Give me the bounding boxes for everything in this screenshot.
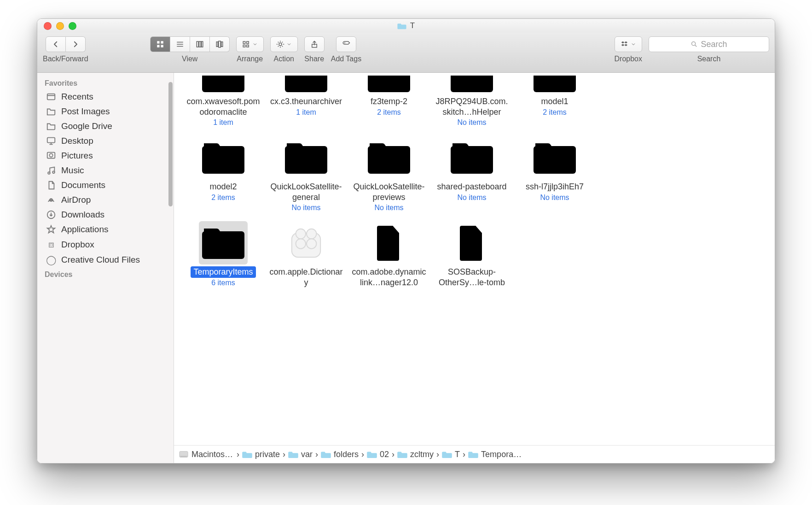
folder-icon	[199, 221, 248, 264]
action-label: Action	[273, 55, 294, 63]
svg-rect-9	[221, 42, 222, 47]
view-list-button[interactable]	[170, 36, 190, 52]
file-item[interactable]: fz3temp-22 items	[349, 73, 429, 127]
path-crumb[interactable]: Macintosh HD	[179, 450, 234, 459]
file-subline: No items	[540, 194, 569, 202]
add-tags-button[interactable]	[336, 36, 356, 52]
file-item[interactable]: QuickLookSatellite-generalNo items	[266, 136, 346, 212]
path-crumb[interactable]: folders	[321, 450, 359, 459]
path-bar[interactable]: Macintosh HD›private›var›folders›02›zclt…	[174, 445, 775, 463]
file-item[interactable]: com.xwavesoft.pomodoromaclite1 item	[183, 73, 263, 127]
svg-point-21	[49, 153, 52, 157]
file-item[interactable]: shared-pasteboardNo items	[432, 136, 512, 212]
file-subline: 2 items	[211, 194, 235, 202]
svg-point-23	[52, 171, 55, 173]
folder-icon	[282, 73, 331, 94]
sidebar-item-documents[interactable]: Documents	[37, 178, 174, 193]
folder-icon	[199, 73, 248, 94]
svg-rect-4	[197, 41, 198, 47]
file-subline: 2 items	[543, 108, 567, 117]
sidebar-item-music[interactable]: Music	[37, 163, 174, 178]
svg-rect-18	[47, 94, 55, 100]
share-button[interactable]	[304, 36, 325, 52]
path-crumb[interactable]: private	[242, 450, 280, 459]
file-name: com.xwavesoft.pomodoromaclite	[183, 96, 263, 117]
doc-icon	[447, 221, 496, 264]
window-title: T	[37, 21, 775, 30]
file-item[interactable]: ssh-l7jjlp3ihEh7No items	[515, 136, 595, 212]
path-crumb[interactable]: var	[288, 450, 313, 459]
back-button[interactable]	[46, 36, 66, 52]
folder-icon	[365, 73, 413, 94]
file-item[interactable]: SOSBackup-OtherSy…le-tomb	[432, 221, 512, 288]
file-name: J8RPQ294UB.com.skitch…hHelper	[432, 96, 512, 117]
sidebar-item-pictures[interactable]: Pictures	[37, 148, 174, 163]
view-mode-segment	[150, 36, 230, 52]
folder-icon	[530, 73, 579, 94]
file-item[interactable]: model22 items	[183, 136, 263, 212]
search-input[interactable]: Search	[649, 36, 769, 52]
svg-rect-0	[157, 41, 159, 43]
file-name: ssh-l7jjlp3ihEh7	[523, 181, 586, 193]
svg-rect-8	[218, 41, 220, 47]
file-item[interactable]: QuickLookSatellite-previewsNo items	[349, 136, 429, 212]
file-item[interactable]: com.adobe.dynamiclink…nager12.0	[349, 221, 429, 288]
sidebar-item-dropbox[interactable]: ⧈Dropbox	[37, 237, 174, 252]
doc-icon	[365, 221, 413, 264]
sidebar-scrollbar[interactable]	[168, 82, 173, 206]
action-button[interactable]	[270, 36, 298, 52]
chevron-right-icon: ›	[392, 450, 394, 459]
file-item[interactable]: cx.c3.theunarchiver1 item	[266, 73, 346, 127]
file-item[interactable]: TemporaryItems6 items	[183, 221, 263, 288]
folder-icon	[282, 136, 331, 179]
titlebar[interactable]: T	[37, 19, 775, 33]
chevron-right-icon: ›	[436, 450, 439, 459]
svg-rect-1	[161, 41, 163, 43]
view-icon-button[interactable]	[150, 36, 170, 52]
svg-point-16	[344, 42, 345, 43]
svg-point-14	[279, 43, 282, 46]
sidebar-item-downloads[interactable]: Downloads	[37, 207, 174, 222]
path-crumb[interactable]: 02	[367, 450, 389, 459]
svg-rect-3	[161, 45, 163, 47]
sidebar-item-airdrop[interactable]: AirDrop	[37, 193, 174, 207]
path-crumb[interactable]: T	[442, 450, 460, 459]
window-close-button[interactable]	[44, 22, 52, 30]
forward-button[interactable]	[66, 36, 86, 52]
svg-rect-10	[243, 41, 245, 44]
file-item[interactable]: model12 items	[515, 73, 595, 127]
share-label: Share	[304, 55, 324, 63]
view-label: View	[182, 55, 197, 63]
folder-icon	[365, 136, 413, 179]
sidebar-item-post-images[interactable]: Post Images	[37, 104, 174, 119]
file-name: com.adobe.dynamiclink…nager12.0	[349, 266, 429, 288]
arrange-button[interactable]	[236, 36, 264, 52]
file-name: SOSBackup-OtherSy…le-tomb	[432, 266, 512, 288]
file-name: shared-pasteboard	[434, 181, 509, 193]
window-zoom-button[interactable]	[69, 22, 76, 30]
toolbar: Back/Forward View	[37, 33, 775, 73]
view-column-button[interactable]	[190, 36, 210, 52]
view-gallery-button[interactable]	[210, 36, 230, 52]
path-crumb[interactable]: zcltmy	[397, 450, 434, 459]
file-subline: No items	[457, 194, 486, 202]
file-subline: 2 items	[377, 108, 401, 117]
add-tags-label: Add Tags	[331, 55, 361, 63]
file-name: model1	[538, 96, 571, 107]
file-item[interactable]: J8RPQ294UB.com.skitch…hHelperNo items	[432, 73, 512, 127]
sidebar-item-applications[interactable]: Applications	[37, 222, 174, 237]
file-name: TemporaryItems	[191, 266, 255, 278]
file-name: cx.c3.theunarchiver	[267, 96, 345, 107]
svg-rect-12	[246, 41, 249, 44]
file-item[interactable]: com.apple.Dictionary	[266, 221, 346, 288]
icon-view[interactable]: com.xwavesoft.pomodoromaclite1 itemcx.c3…	[174, 73, 775, 445]
sidebar-item-google-drive[interactable]: Google Drive	[37, 119, 174, 134]
svg-rect-11	[243, 45, 245, 47]
sidebar-item-creative-cloud-files[interactable]: ◯Creative Cloud Files	[37, 252, 174, 268]
sidebar[interactable]: FavoritesRecentsPost ImagesGoogle DriveD…	[37, 73, 174, 463]
window-minimize-button[interactable]	[56, 22, 64, 30]
sidebar-item-recents[interactable]: Recents	[37, 89, 174, 104]
path-crumb[interactable]: TemporaryItems	[468, 450, 523, 459]
dropbox-button[interactable]	[615, 36, 642, 52]
sidebar-item-desktop[interactable]: Desktop	[37, 134, 174, 148]
